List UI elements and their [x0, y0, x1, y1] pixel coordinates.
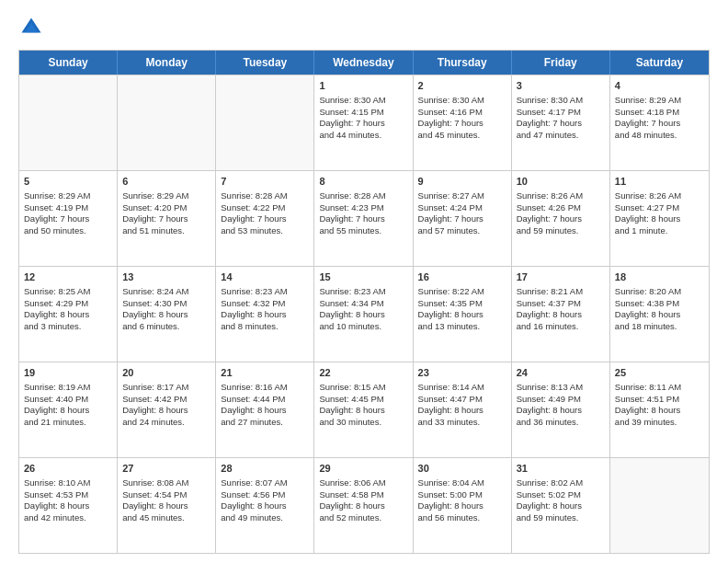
day-info: and 36 minutes. — [517, 417, 605, 429]
day-info: Daylight: 8 hours — [319, 309, 407, 321]
day-info: Sunset: 4:34 PM — [319, 298, 407, 310]
day-info: Sunrise: 8:15 AM — [319, 382, 407, 394]
day-info: Sunset: 4:22 PM — [221, 202, 309, 214]
day-info: Sunrise: 8:30 AM — [517, 95, 605, 107]
day-info: and 24 minutes. — [122, 417, 210, 429]
day-info: Sunrise: 8:07 AM — [221, 477, 309, 489]
calendar-cell: 15Sunrise: 8:23 AMSunset: 4:34 PMDayligh… — [314, 267, 413, 362]
day-info: and 42 minutes. — [24, 512, 112, 524]
day-info: Sunset: 4:47 PM — [418, 394, 506, 406]
day-info: Sunset: 4:17 PM — [517, 107, 605, 119]
day-info: and 57 minutes. — [418, 225, 506, 237]
day-info: and 47 minutes. — [517, 130, 605, 142]
header-day: Thursday — [414, 51, 512, 75]
day-info: and 51 minutes. — [122, 225, 210, 237]
day-info: and 59 minutes. — [517, 225, 605, 237]
day-number: 22 — [319, 366, 407, 380]
day-info: and 8 minutes. — [221, 321, 309, 333]
day-info: Daylight: 8 hours — [615, 213, 704, 225]
day-info: Daylight: 8 hours — [615, 405, 704, 417]
calendar-cell: 6Sunrise: 8:29 AMSunset: 4:20 PMDaylight… — [118, 171, 216, 266]
day-info: Sunset: 4:27 PM — [615, 202, 704, 214]
day-info: Sunset: 4:42 PM — [122, 394, 210, 406]
calendar-cell: 24Sunrise: 8:13 AMSunset: 4:49 PMDayligh… — [512, 362, 610, 457]
day-number: 26 — [24, 462, 112, 476]
day-info: Sunrise: 8:29 AM — [24, 190, 112, 202]
day-info: Sunset: 4:53 PM — [24, 489, 112, 501]
day-info: Daylight: 8 hours — [418, 500, 506, 512]
day-info: Daylight: 7 hours — [221, 213, 309, 225]
day-info: Daylight: 8 hours — [517, 405, 605, 417]
calendar-cell: 25Sunrise: 8:11 AMSunset: 4:51 PMDayligh… — [610, 362, 709, 457]
calendar-cell: 19Sunrise: 8:19 AMSunset: 4:40 PMDayligh… — [19, 362, 118, 457]
day-info: Daylight: 8 hours — [319, 405, 407, 417]
day-number: 14 — [221, 270, 309, 284]
day-info: Sunset: 4:38 PM — [615, 298, 704, 310]
day-info: Daylight: 7 hours — [517, 118, 605, 130]
day-info: Sunrise: 8:23 AM — [221, 286, 309, 298]
day-info: Sunrise: 8:02 AM — [517, 477, 605, 489]
day-info: and 21 minutes. — [24, 417, 112, 429]
day-number: 27 — [122, 462, 210, 476]
day-info: and 53 minutes. — [221, 225, 309, 237]
day-info: Daylight: 8 hours — [24, 309, 112, 321]
day-info: Sunset: 4:44 PM — [221, 394, 309, 406]
day-info: Daylight: 8 hours — [517, 309, 605, 321]
day-info: and 59 minutes. — [517, 512, 605, 524]
day-number: 29 — [319, 462, 407, 476]
day-info: Daylight: 7 hours — [418, 118, 506, 130]
header — [18, 15, 710, 40]
calendar-row: 26Sunrise: 8:10 AMSunset: 4:53 PMDayligh… — [19, 457, 709, 553]
calendar-cell: 13Sunrise: 8:24 AMSunset: 4:30 PMDayligh… — [118, 267, 216, 362]
day-info: Sunrise: 8:06 AM — [319, 477, 407, 489]
day-info: Sunrise: 8:27 AM — [418, 190, 506, 202]
day-number: 1 — [319, 79, 407, 93]
day-info: Sunset: 5:00 PM — [418, 489, 506, 501]
day-info: Sunrise: 8:30 AM — [319, 95, 407, 107]
day-info: Sunset: 4:37 PM — [517, 298, 605, 310]
calendar-cell: 1Sunrise: 8:30 AMSunset: 4:15 PMDaylight… — [314, 75, 413, 170]
day-number: 20 — [122, 366, 210, 380]
day-number: 17 — [517, 270, 605, 284]
day-number: 3 — [517, 79, 605, 93]
calendar-cell: 8Sunrise: 8:28 AMSunset: 4:23 PMDaylight… — [314, 171, 413, 266]
calendar-cell — [216, 75, 314, 170]
day-info: Sunrise: 8:26 AM — [517, 190, 605, 202]
day-number: 25 — [615, 366, 704, 380]
header-day: Sunday — [19, 51, 118, 75]
day-info: Sunrise: 8:17 AM — [122, 382, 210, 394]
calendar-cell: 23Sunrise: 8:14 AMSunset: 4:47 PMDayligh… — [414, 362, 512, 457]
calendar-cell: 22Sunrise: 8:15 AMSunset: 4:45 PMDayligh… — [314, 362, 413, 457]
day-info: Sunrise: 8:21 AM — [517, 286, 605, 298]
day-info: Sunset: 4:30 PM — [122, 298, 210, 310]
day-number: 15 — [319, 270, 407, 284]
calendar-cell — [118, 75, 216, 170]
calendar-cell: 30Sunrise: 8:04 AMSunset: 5:00 PMDayligh… — [414, 458, 512, 553]
day-info: Daylight: 8 hours — [319, 500, 407, 512]
calendar-cell: 3Sunrise: 8:30 AMSunset: 4:17 PMDaylight… — [512, 75, 610, 170]
day-info: Daylight: 8 hours — [24, 500, 112, 512]
day-info: Sunset: 4:18 PM — [615, 107, 704, 119]
day-number: 12 — [24, 270, 112, 284]
calendar-cell: 29Sunrise: 8:06 AMSunset: 4:58 PMDayligh… — [314, 458, 413, 553]
day-number: 28 — [221, 462, 309, 476]
day-info: Daylight: 8 hours — [221, 309, 309, 321]
day-number: 7 — [221, 175, 309, 189]
day-number: 8 — [319, 175, 407, 189]
day-number: 16 — [418, 270, 506, 284]
calendar: SundayMondayTuesdayWednesdayThursdayFrid… — [18, 50, 710, 554]
day-info: Sunrise: 8:28 AM — [319, 190, 407, 202]
day-info: and 55 minutes. — [319, 225, 407, 237]
day-number: 31 — [517, 462, 605, 476]
day-info: and 30 minutes. — [319, 417, 407, 429]
day-info: Sunrise: 8:29 AM — [122, 190, 210, 202]
day-number: 13 — [122, 270, 210, 284]
day-info: Sunrise: 8:10 AM — [24, 477, 112, 489]
calendar-cell: 2Sunrise: 8:30 AMSunset: 4:16 PMDaylight… — [414, 75, 512, 170]
day-info: and 50 minutes. — [24, 225, 112, 237]
calendar-cell: 11Sunrise: 8:26 AMSunset: 4:27 PMDayligh… — [610, 171, 709, 266]
day-info: Sunset: 4:15 PM — [319, 107, 407, 119]
day-info: Daylight: 8 hours — [517, 500, 605, 512]
day-info: Sunrise: 8:19 AM — [24, 382, 112, 394]
calendar-cell: 14Sunrise: 8:23 AMSunset: 4:32 PMDayligh… — [216, 267, 314, 362]
